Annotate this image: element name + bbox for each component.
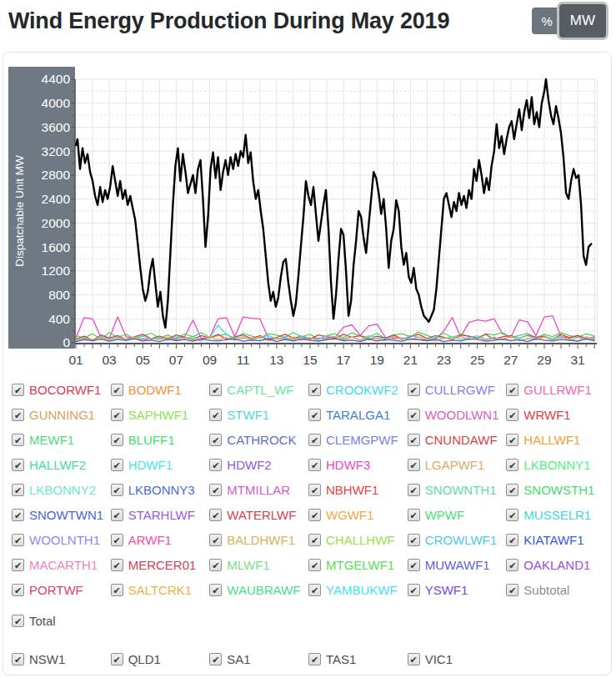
checkbox-SA1[interactable]: ✔ — [209, 653, 222, 665]
legend-item-SAPHWF1[interactable]: ✔SAPHWF1 — [111, 406, 210, 424]
legend-item-TAS1[interactable]: ✔TAS1 — [308, 650, 408, 668]
legend-item-CLEMGPWF[interactable]: ✔CLEMGPWF — [308, 431, 408, 449]
legend-item-CATHROCK[interactable]: ✔CATHROCK — [209, 431, 308, 449]
legend-item-WOODLWN1[interactable]: ✔WOODLWN1 — [408, 406, 507, 424]
legend-item-Subtotal[interactable]: ✔Subtotal — [506, 581, 605, 599]
checkbox-VIC1[interactable]: ✔ — [408, 653, 420, 665]
checkbox-GULLRWF1[interactable]: ✔ — [506, 384, 518, 396]
checkbox-TARALGA1[interactable]: ✔ — [308, 409, 321, 421]
legend-item-SNOWNTH1[interactable]: ✔SNOWNTH1 — [408, 481, 507, 499]
legend-item-STWF1[interactable]: ✔STWF1 — [209, 406, 308, 424]
checkbox-SNOWTWN1[interactable]: ✔ — [12, 509, 24, 521]
legend-item-MTMILLAR[interactable]: ✔MTMILLAR — [209, 481, 308, 499]
checkbox-LKBONNY3[interactable]: ✔ — [111, 484, 123, 496]
checkbox-MACARTH1[interactable]: ✔ — [12, 559, 24, 571]
legend-item-MLWF1[interactable]: ✔MLWF1 — [209, 556, 308, 574]
legend-item-STARHLWF[interactable]: ✔STARHLWF — [111, 506, 210, 524]
legend-item-MUSSELR1[interactable]: ✔MUSSELR1 — [506, 506, 605, 524]
legend-item-WPWF[interactable]: ✔WPWF — [408, 506, 507, 524]
legend-item-CNUNDAWF[interactable]: ✔CNUNDAWF — [408, 431, 507, 449]
checkbox-MLWF1[interactable]: ✔ — [209, 559, 222, 571]
checkbox-MUSSELR1[interactable]: ✔ — [506, 509, 518, 521]
checkbox-LKBONNY2[interactable]: ✔ — [12, 484, 24, 496]
legend-item-CAPTL_WF[interactable]: ✔CAPTL_WF — [209, 381, 308, 399]
checkbox-HDWF1[interactable]: ✔ — [111, 459, 123, 471]
checkbox-QLD1[interactable]: ✔ — [111, 653, 123, 665]
legend-item-WOOLNTH1[interactable]: ✔WOOLNTH1 — [12, 531, 111, 549]
legend-item-Total[interactable]: ✔Total — [12, 612, 56, 630]
legend-item-CROWLWF1[interactable]: ✔CROWLWF1 — [408, 531, 507, 549]
checkbox-CHALLHWF[interactable]: ✔ — [308, 534, 321, 546]
legend-item-WAUBRAWF[interactable]: ✔WAUBRAWF — [209, 581, 308, 599]
legend-item-HDWF2[interactable]: ✔HDWF2 — [209, 456, 308, 474]
checkbox-CNUNDAWF[interactable]: ✔ — [408, 434, 420, 446]
checkbox-ARWF1[interactable]: ✔ — [111, 534, 123, 546]
checkbox-MTGELWF1[interactable]: ✔ — [308, 559, 321, 571]
checkbox-CATHROCK[interactable]: ✔ — [209, 434, 222, 446]
checkbox-CULLRGWF[interactable]: ✔ — [408, 384, 420, 396]
checkbox-Subtotal[interactable]: ✔ — [506, 584, 518, 596]
checkbox-YSWF1[interactable]: ✔ — [408, 584, 420, 596]
legend-item-LKBONNY3[interactable]: ✔LKBONNY3 — [111, 481, 210, 499]
legend-item-VIC1[interactable]: ✔VIC1 — [408, 650, 507, 668]
legend-item-CROOKWF2[interactable]: ✔CROOKWF2 — [308, 381, 408, 399]
checkbox-TAS1[interactable]: ✔ — [308, 653, 321, 665]
legend-item-LGAPWF1[interactable]: ✔LGAPWF1 — [408, 456, 507, 474]
checkbox-HALLWF1[interactable]: ✔ — [506, 434, 518, 446]
checkbox-BOCORWF1[interactable]: ✔ — [12, 384, 24, 396]
legend-item-SA1[interactable]: ✔SA1 — [209, 650, 308, 668]
legend-item-WRWF1[interactable]: ✔WRWF1 — [506, 406, 605, 424]
legend-item-TARALGA1[interactable]: ✔TARALGA1 — [308, 406, 408, 424]
checkbox-NBHWF1[interactable]: ✔ — [308, 484, 321, 496]
legend-item-YSWF1[interactable]: ✔YSWF1 — [408, 581, 507, 599]
checkbox-WRWF1[interactable]: ✔ — [506, 409, 518, 421]
checkbox-KIATAWF1[interactable]: ✔ — [506, 534, 518, 546]
checkbox-CLEMGPWF[interactable]: ✔ — [308, 434, 321, 446]
checkbox-WOODLWN1[interactable]: ✔ — [408, 409, 420, 421]
legend-item-BODWF1[interactable]: ✔BODWF1 — [111, 381, 210, 399]
legend-item-CHALLHWF[interactable]: ✔CHALLHWF — [308, 531, 408, 549]
checkbox-BODWF1[interactable]: ✔ — [111, 384, 123, 396]
legend-item-HALLWF2[interactable]: ✔HALLWF2 — [12, 456, 111, 474]
legend-item-NSW1[interactable]: ✔NSW1 — [12, 650, 111, 668]
legend-item-CULLRGWF[interactable]: ✔CULLRGWF — [408, 381, 507, 399]
checkbox-SNOWSTH1[interactable]: ✔ — [506, 484, 518, 496]
percent-button[interactable]: % — [532, 8, 561, 34]
checkbox-MERCER01[interactable]: ✔ — [111, 559, 123, 571]
legend-item-HDWF1[interactable]: ✔HDWF1 — [111, 456, 210, 474]
checkbox-STARHLWF[interactable]: ✔ — [111, 509, 123, 521]
checkbox-WOOLNTH1[interactable]: ✔ — [12, 534, 24, 546]
legend-item-MUWAWF1[interactable]: ✔MUWAWF1 — [408, 556, 507, 574]
checkbox-HALLWF2[interactable]: ✔ — [12, 459, 24, 471]
checkbox-HDWF2[interactable]: ✔ — [209, 459, 222, 471]
legend-item-SALTCRK1[interactable]: ✔SALTCRK1 — [111, 581, 210, 599]
checkbox-SAPHWF1[interactable]: ✔ — [111, 409, 123, 421]
checkbox-MEWF1[interactable]: ✔ — [12, 434, 24, 446]
legend-item-MEWF1[interactable]: ✔MEWF1 — [12, 431, 111, 449]
checkbox-CAPTL_WF[interactable]: ✔ — [209, 384, 222, 396]
checkbox-CROWLWF1[interactable]: ✔ — [408, 534, 420, 546]
legend-item-WGWF1[interactable]: ✔WGWF1 — [308, 506, 408, 524]
legend-item-PORTWF[interactable]: ✔PORTWF — [12, 581, 111, 599]
checkbox-YAMBUKWF[interactable]: ✔ — [308, 584, 321, 596]
checkbox-HDWF3[interactable]: ✔ — [308, 459, 321, 471]
checkbox-BALDHWF1[interactable]: ✔ — [209, 534, 222, 546]
checkbox-MTMILLAR[interactable]: ✔ — [209, 484, 222, 496]
legend-item-QLD1[interactable]: ✔QLD1 — [111, 650, 210, 668]
legend-item-BALDHWF1[interactable]: ✔BALDHWF1 — [209, 531, 308, 549]
legend-item-YAMBUKWF[interactable]: ✔YAMBUKWF — [308, 581, 408, 599]
legend-item-BLUFF1[interactable]: ✔BLUFF1 — [111, 431, 210, 449]
checkbox-Total[interactable]: ✔ — [12, 615, 24, 627]
legend-item-ARWF1[interactable]: ✔ARWF1 — [111, 531, 210, 549]
legend-item-GUNNING1[interactable]: ✔GUNNING1 — [12, 406, 111, 424]
checkbox-STWF1[interactable]: ✔ — [209, 409, 222, 421]
checkbox-BLUFF1[interactable]: ✔ — [111, 434, 123, 446]
checkbox-LGAPWF1[interactable]: ✔ — [408, 459, 420, 471]
legend-item-SNOWSTH1[interactable]: ✔SNOWSTH1 — [506, 481, 605, 499]
legend-item-WATERLWF[interactable]: ✔WATERLWF — [209, 506, 308, 524]
legend-item-NBHWF1[interactable]: ✔NBHWF1 — [308, 481, 408, 499]
mw-button[interactable]: MW — [559, 4, 606, 38]
legend-item-HDWF3[interactable]: ✔HDWF3 — [308, 456, 408, 474]
legend-item-BOCORWF1[interactable]: ✔BOCORWF1 — [12, 381, 111, 399]
checkbox-WGWF1[interactable]: ✔ — [308, 509, 321, 521]
